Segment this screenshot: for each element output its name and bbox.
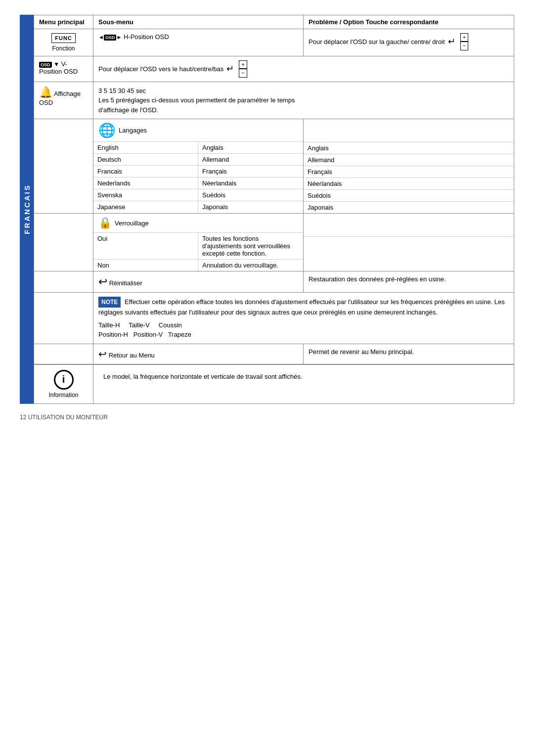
table-row: OSD ▼ V-Position OSD Pour déplacer l'OSD…	[34, 56, 514, 82]
verr-oui-option: Toutes les fonctions d'ajustements sont …	[198, 233, 303, 259]
langages-options: Anglais Allemand Français Néerlandais Su…	[304, 142, 514, 213]
list-item: FrancaisFrançais	[93, 166, 303, 178]
list-item: Allemand	[304, 154, 514, 166]
affichage-option: 3 5 15 30 45 sec Les 5 préréglages ci-de…	[98, 86, 299, 115]
note-item-line1: Taille-H Taille-V Coussin	[98, 320, 509, 330]
table-row-note: NOTE Effectuer cette opération efface to…	[34, 293, 514, 344]
information-content: Le model, la fréquence horizontale et ve…	[93, 365, 514, 403]
information-text: Le model, la fréquence horizontale et ve…	[103, 373, 302, 380]
table-row-retour: ↩ Retour au Menu Permet de revenir au Me…	[34, 344, 514, 364]
verrouillage-header: 🔒 Verrouillage	[93, 214, 303, 233]
list-item: SvenskaSuédois	[93, 189, 303, 201]
main-col-reinit	[34, 271, 93, 292]
list-item: NederlandsNéerlandais	[93, 178, 303, 189]
note-item-line2: Position-H Position-V Trapeze	[98, 330, 509, 340]
main-col-empty	[34, 119, 93, 213]
retour-label: Retour au Menu	[109, 352, 155, 359]
main-col-verrouillage	[34, 214, 93, 271]
verrouillage-label: Verrouillage	[115, 220, 149, 227]
opt-allemand: Allemand	[304, 154, 409, 166]
arrow-right: ►	[116, 34, 122, 40]
osd-tag-v: OSD	[39, 62, 52, 68]
note-label: NOTE	[98, 297, 121, 308]
table-row-reinit: ↩ Réinitialiser Restauration des données…	[34, 271, 514, 293]
affichage-timings: 3 5 15 30 45 sec	[98, 86, 299, 96]
down-arrow-icon: ▼	[53, 61, 59, 68]
sub-col-langages: 🌐 Langages EnglishAnglais DeutschAlleman…	[93, 119, 304, 213]
affichage-icon: 🔔	[39, 86, 52, 98]
option-col-vposition: Pour déplacer l'OSD vers le haut/centre/…	[93, 56, 304, 82]
lang-francais-tr: Français	[198, 166, 303, 177]
verr-non-option: Annulation du verrouillage.	[198, 260, 303, 271]
information-main: i Information	[34, 365, 93, 403]
table-row-verrouillage: 🔒 Verrouillage Oui Toutes les fonctions …	[34, 214, 514, 271]
main-table: Menu principal Sous-menu Problème / Opti…	[34, 15, 514, 404]
header-col1: Menu principal	[34, 15, 93, 29]
note-text: NOTE Effectuer cette opération efface to…	[98, 297, 509, 317]
hposition-text: Pour déplacer l'OSD sur la gauche/ centr…	[309, 38, 445, 45]
table-row: 🔔 Affichage OSD 3 5 15 30 45 sec Les 5 p…	[34, 82, 514, 120]
reset-icon: ↩	[98, 275, 107, 288]
plusminus-vposition: + −	[239, 60, 247, 78]
list-item: DeutschAllemand	[93, 154, 303, 166]
information-row: i Information Le model, la fréquence hor…	[34, 364, 514, 403]
list-item: Non Annulation du verrouillage.	[93, 260, 303, 271]
vposition-option: Pour déplacer l'OSD vers le haut/centre/…	[98, 60, 299, 78]
table-row: FUNC Fonction ◄OSD► H-Position OSD Pour …	[34, 29, 514, 56]
list-item: Japonais	[304, 202, 514, 213]
vposition-text: Pour déplacer l'OSD vers le haut/centre/…	[98, 65, 223, 73]
main-col-note	[34, 293, 93, 344]
verr-non: Non	[93, 260, 198, 271]
lang-nederlands: Nederlands	[93, 178, 198, 189]
langages-option-header	[304, 119, 514, 142]
verrouillage-subrows: Oui Toutes les fonctions d'ajustements s…	[93, 233, 303, 271]
verr-oui: Oui	[93, 233, 198, 259]
table-row-langages: 🌐 Langages EnglishAnglais DeutschAlleman…	[34, 119, 514, 214]
opt-suedois: Suédois	[304, 190, 409, 201]
option-col-affichage: 3 5 15 30 45 sec Les 5 préréglages ci-de…	[93, 82, 304, 119]
note-content: Effectuer cette opération efface toutes …	[98, 298, 505, 316]
lang-francais: Francais	[93, 166, 198, 177]
sub-col-hposition: ◄OSD► H-Position OSD	[93, 29, 304, 56]
verr-option-header	[304, 214, 514, 237]
table-header: Menu principal Sous-menu Problème / Opti…	[34, 15, 514, 29]
lang-neerlandais: Néerlandais	[198, 178, 303, 189]
list-item: Néerlandais	[304, 178, 514, 190]
header-col2: Sous-menu	[93, 15, 304, 29]
langages-label: Langages	[119, 127, 147, 134]
note-section: NOTE Effectuer cette opération efface to…	[93, 293, 514, 344]
opt-francais: Français	[304, 166, 409, 178]
opt-anglais: Anglais	[304, 142, 409, 154]
option-col-reinit: Restauration des données pré-réglées en …	[304, 271, 514, 292]
option-col-hposition: Pour déplacer l'OSD sur la gauche/ centr…	[304, 29, 514, 56]
hposition-option: Pour déplacer l'OSD sur la gauche/ centr…	[309, 33, 509, 50]
francais-sidebar-label: FRANCAIS	[20, 15, 34, 404]
sub-col-affichage: 🔔 Affichage OSD	[34, 82, 93, 119]
lang-svenska: Svenska	[93, 189, 198, 201]
list-item: EnglishAnglais	[93, 142, 303, 154]
retour-option: Permet de revenir au Menu principal.	[309, 348, 414, 356]
sub-col-retour: ↩ Retour au Menu	[93, 344, 304, 364]
hposition-label: H-Position OSD	[124, 33, 169, 41]
option-col-verrouillage	[304, 214, 514, 271]
main-col-retour	[34, 344, 93, 364]
lang-japonais: Japonais	[198, 201, 303, 213]
list-item: Français	[304, 166, 514, 178]
langages-header: 🌐 Langages	[93, 119, 303, 142]
reinit-option: Restauration des données pré-réglées en …	[309, 275, 446, 283]
header-col3: Problème / Option Touche correspondante	[304, 15, 514, 29]
opt-neerlandais: Néerlandais	[304, 178, 409, 189]
cursor-icon-v: ↵	[226, 63, 234, 74]
back-arrow-icon: ↩	[98, 349, 107, 359]
information-label: Information	[48, 392, 78, 399]
sub-col-verrouillage: 🔒 Verrouillage Oui Toutes les fonctions …	[93, 214, 304, 271]
list-item: JapaneseJaponais	[93, 201, 303, 213]
list-item: Oui Toutes les fonctions d'ajustements s…	[93, 233, 303, 260]
note-items: Taille-H Taille-V Coussin Position-H Pos…	[98, 320, 509, 340]
sub-col-reinit: ↩ Réinitialiser	[93, 271, 304, 292]
affichage-desc: Les 5 préréglages ci-dessus vous permett…	[98, 95, 299, 115]
lang-suedois: Suédois	[198, 189, 303, 201]
func-icon: FUNC	[51, 33, 76, 43]
list-item: Suédois	[304, 190, 514, 202]
option-col-retour: Permet de revenir au Menu principal.	[304, 344, 514, 364]
